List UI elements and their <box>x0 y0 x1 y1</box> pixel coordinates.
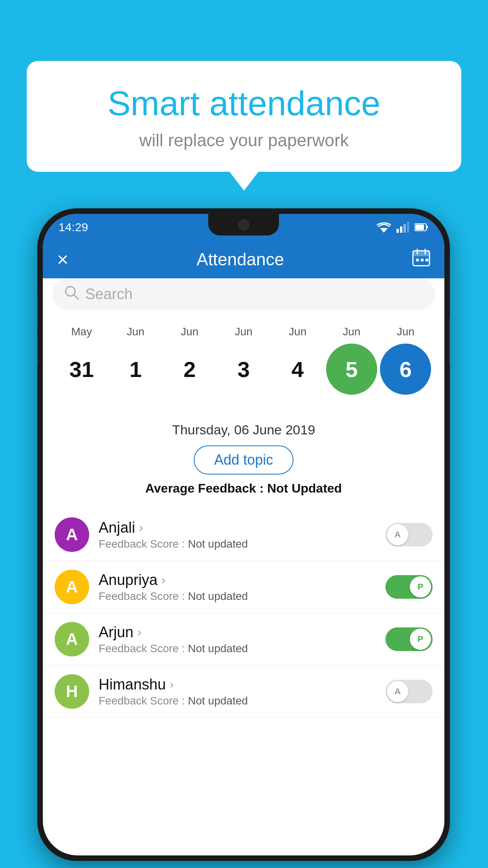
close-button[interactable]: × <box>57 248 68 271</box>
speech-bubble: Smart attendance will replace your paper… <box>27 61 461 172</box>
avatar-himanshu: H <box>55 674 89 709</box>
toggle-anjali[interactable]: A <box>385 523 433 546</box>
feedback-arjun: Feedback Score : Not updated <box>99 642 376 655</box>
calendar-section: May Jun Jun Jun Jun Jun Jun 31 1 2 3 4 5… <box>43 318 444 401</box>
search-bar[interactable]: Search <box>52 278 435 310</box>
date-1[interactable]: 1 <box>110 344 161 395</box>
feedback-anupriya: Feedback Score : Not updated <box>99 590 376 603</box>
calendar-icon[interactable] <box>412 248 430 270</box>
student-info-anupriya: Anupriya › Feedback Score : Not updated <box>99 572 376 603</box>
svg-rect-7 <box>415 224 424 230</box>
month-jun1: Jun <box>110 326 161 338</box>
avg-feedback-label: Average Feedback : <box>145 481 267 495</box>
phone-frame: 14:29 <box>37 208 450 861</box>
date-5[interactable]: 5 <box>326 344 377 395</box>
svg-line-16 <box>74 295 78 299</box>
avatar-arjun: A <box>55 622 89 657</box>
svg-rect-1 <box>396 229 399 233</box>
date-row: 31 1 2 3 4 5 6 <box>51 341 437 401</box>
toggle-arjun[interactable]: P <box>385 627 433 651</box>
app-title: Attendance <box>196 250 284 269</box>
avg-feedback-value: Not Updated <box>267 481 342 495</box>
date-4[interactable]: 4 <box>272 344 323 395</box>
month-jun2: Jun <box>164 326 215 338</box>
toggle-anupriya[interactable]: P <box>385 575 433 599</box>
phone-screen: 14:29 <box>43 214 444 855</box>
student-item-arjun[interactable]: A Arjun › Feedback Score : Not updated P <box>43 613 444 666</box>
battery-icon <box>415 223 429 232</box>
date-6[interactable]: 6 <box>380 344 431 395</box>
svg-rect-14 <box>426 259 428 261</box>
svg-rect-13 <box>421 259 424 261</box>
phone-notch <box>208 214 279 235</box>
date-2[interactable]: 2 <box>164 344 215 395</box>
date-3[interactable]: 3 <box>218 344 269 395</box>
student-info-arjun: Arjun › Feedback Score : Not updated <box>99 624 376 655</box>
student-info-himanshu: Himanshu › Feedback Score : Not updated <box>99 676 376 707</box>
month-may: May <box>56 326 107 338</box>
vol-down-button <box>37 334 38 366</box>
status-icons <box>377 222 429 233</box>
vol-up-button <box>37 295 38 326</box>
feedback-himanshu: Feedback Score : Not updated <box>99 695 376 707</box>
add-topic-button[interactable]: Add topic <box>194 445 294 474</box>
student-name-anupriya: Anupriya › <box>99 572 376 588</box>
signal-icon <box>396 222 409 233</box>
svg-rect-9 <box>413 251 429 256</box>
chevron-arjun: › <box>138 625 141 639</box>
power-button <box>449 318 450 366</box>
search-placeholder: Search <box>85 286 132 303</box>
avg-feedback: Average Feedback : Not Updated <box>43 481 444 496</box>
search-icon <box>64 285 79 303</box>
student-info-anjali: Anjali › Feedback Score : Not updated <box>99 519 376 550</box>
bubble-subtitle: will replace your paperwork <box>58 131 430 150</box>
date-31[interactable]: 31 <box>56 344 107 395</box>
student-item-anupriya[interactable]: A Anupriya › Feedback Score : Not update… <box>43 561 444 613</box>
month-jun3: Jun <box>218 326 269 338</box>
toggle-himanshu[interactable]: A <box>385 680 433 703</box>
svg-rect-6 <box>426 226 428 229</box>
student-item-himanshu[interactable]: H Himanshu › Feedback Score : Not update… <box>43 666 444 718</box>
feedback-anjali: Feedback Score : Not updated <box>99 538 376 550</box>
speech-bubble-container: Smart attendance will replace your paper… <box>27 61 461 172</box>
month-jun5: Jun <box>326 326 377 338</box>
chevron-anupriya: › <box>161 573 165 587</box>
svg-rect-2 <box>400 226 402 233</box>
chevron-himanshu: › <box>170 678 174 691</box>
svg-marker-0 <box>380 228 388 233</box>
bubble-title: Smart attendance <box>58 85 430 123</box>
selected-date-text: Thursday, 06 June 2019 <box>43 422 444 438</box>
app-bar: × Attendance <box>43 241 444 278</box>
svg-rect-4 <box>407 222 409 233</box>
student-name-arjun: Arjun › <box>99 624 376 641</box>
month-jun6: Jun <box>380 326 431 338</box>
student-item-anjali[interactable]: A Anjali › Feedback Score : Not updated … <box>43 509 444 561</box>
student-list: A Anjali › Feedback Score : Not updated … <box>43 509 444 855</box>
status-time: 14:29 <box>59 221 88 234</box>
month-row: May Jun Jun Jun Jun Jun Jun <box>51 318 437 341</box>
selected-date-section: Thursday, 06 June 2019 Add topic <box>43 422 444 474</box>
svg-rect-3 <box>404 224 406 233</box>
student-name-anjali: Anjali › <box>99 519 376 536</box>
chevron-anjali: › <box>139 521 143 534</box>
student-name-himanshu: Himanshu › <box>99 676 376 693</box>
month-jun4: Jun <box>272 326 323 338</box>
avatar-anjali: A <box>55 517 89 552</box>
avatar-anupriya: A <box>55 570 89 604</box>
wifi-icon <box>377 222 391 233</box>
svg-rect-12 <box>416 259 419 261</box>
front-camera <box>238 219 249 230</box>
